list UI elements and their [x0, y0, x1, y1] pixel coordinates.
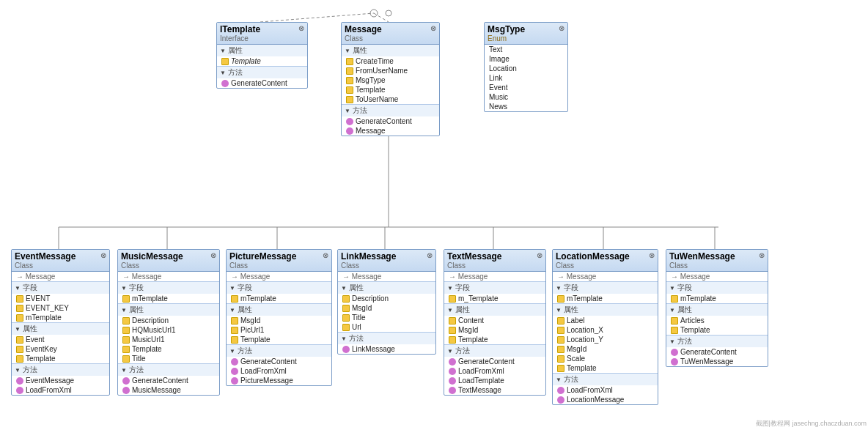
watermark: 截图|教程网 jasechng.chaczduan.com: [756, 419, 867, 429]
item-generatecontent-msg: GenerateContent: [342, 116, 439, 126]
collapse-message[interactable]: ⊗: [430, 24, 436, 32]
header-itemplate: ITemplate Interface ⊗: [217, 23, 307, 45]
box-linkmessage: LinkMessage Class ⊗ → Message ▼属性 Descri…: [337, 249, 436, 355]
stereotype-event: Class: [15, 262, 76, 270]
classname-itemplate: ITemplate: [220, 24, 260, 34]
box-msgtype: MsgType Enum ⊗ Text Image Location Link …: [484, 22, 568, 112]
section-itemplate-props: ▼ 属性 Template: [217, 45, 307, 67]
box-locationmessage: LocationMessage Class ⊗ → Message ▼字段 mT…: [552, 249, 658, 405]
item-news: News: [485, 102, 567, 111]
collapse-itemplate[interactable]: ⊗: [298, 24, 304, 32]
classname-message: Message: [345, 24, 382, 34]
item-location: Location: [485, 64, 567, 73]
item-event: Event: [485, 83, 567, 92]
svg-point-0: [370, 10, 378, 17]
box-tuwenmessage: TuWenMessage Class ⊗ → Message ▼字段 mTemp…: [666, 249, 768, 367]
item-link: Link: [485, 73, 567, 83]
box-musicmessage: MusicMessage Class ⊗ → Message ▼字段 mTemp…: [117, 249, 220, 396]
classname-event: EventMessage: [15, 251, 76, 262]
item-generatecontent-itf: GenerateContent: [217, 78, 307, 88]
stereotype-msgtype: Enum: [488, 34, 525, 42]
method-icon: [221, 80, 229, 87]
box-eventmessage: EventMessage Class ⊗ → Message ▼字段 EVENT…: [11, 249, 110, 396]
item-text: Text: [485, 45, 567, 54]
stereotype-itemplate: Interface: [220, 34, 260, 42]
item-template-itf: Template: [217, 56, 307, 66]
item-music: Music: [485, 92, 567, 102]
svg-point-3: [386, 10, 391, 16]
box-textmessage: TextMessage Class ⊗ → Message ▼字段 m_Temp…: [444, 249, 546, 396]
box-itemplate: ITemplate Interface ⊗ ▼ 属性 Template ▼ 方法…: [216, 22, 308, 89]
stereotype-message: Class: [345, 34, 382, 42]
item-template-msg: Template: [342, 85, 439, 94]
header-message: Message Class ⊗: [342, 23, 439, 45]
item-tousername: ToUserName: [342, 94, 439, 104]
section-message-methods: ▼ 方法 GenerateContent Message: [342, 105, 439, 136]
box-message: Message Class ⊗ ▼ 属性 CreateTime FromUser…: [341, 22, 440, 136]
item-fromusername: FromUserName: [342, 66, 439, 75]
diagram-container: ITemplate Interface ⊗ ▼ 属性 Template ▼ 方法…: [0, 0, 868, 430]
item-msgtype: MsgType: [342, 75, 439, 85]
svg-line-1: [260, 13, 374, 22]
section-msgtype-vals: Text Image Location Link Event Music New…: [485, 45, 567, 111]
item-createtime: CreateTime: [342, 56, 439, 66]
prop-icon: [221, 58, 229, 65]
box-picturemessage: PictureMessage Class ⊗ → Message ▼字段 mTe…: [226, 249, 332, 386]
item-message-ctor: Message: [342, 126, 439, 136]
section-itemplate-methods: ▼ 方法 GenerateContent: [217, 67, 307, 88]
header-msgtype: MsgType Enum ⊗: [485, 23, 567, 45]
item-image: Image: [485, 54, 567, 64]
svg-line-2: [374, 13, 389, 22]
classname-msgtype: MsgType: [488, 24, 525, 34]
collapse-msgtype[interactable]: ⊗: [559, 24, 564, 32]
section-message-props: ▼ 属性 CreateTime FromUserName MsgType Tem…: [342, 45, 439, 105]
